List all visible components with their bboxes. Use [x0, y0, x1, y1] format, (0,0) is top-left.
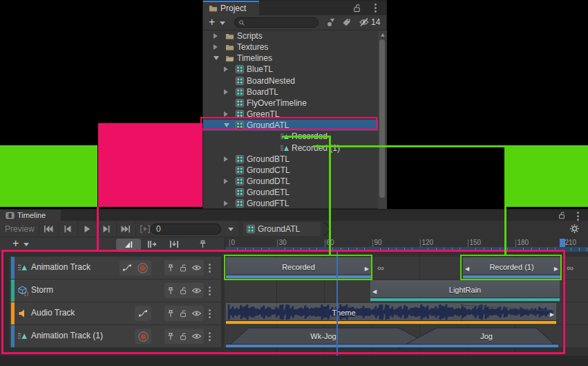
- tree-item-textures[interactable]: Textures: [203, 42, 378, 53]
- clip-recorded-1-[interactable]: Recorded (1)◀▶: [463, 257, 560, 279]
- eye-toggle-button[interactable]: [191, 332, 202, 340]
- goto-start-button[interactable]: [39, 221, 57, 237]
- tree-item-groundbtl[interactable]: GroundBTL: [203, 154, 378, 165]
- search-by-label-button[interactable]: [342, 18, 351, 27]
- clip-recorded[interactable]: Recorded▶: [226, 257, 371, 279]
- eye-toggle-button[interactable]: [191, 286, 202, 295]
- lock-toggle-button[interactable]: [179, 309, 187, 318]
- kebab-menu-icon[interactable]: [374, 3, 377, 12]
- clip-theme[interactable]: Theme▶: [226, 303, 556, 324]
- next-frame-button[interactable]: [97, 221, 115, 237]
- timeline-kebab-icon[interactable]: [577, 212, 579, 221]
- previous-frame-button[interactable]: [58, 221, 77, 237]
- clip-edge-left-icon[interactable]: ◀: [372, 288, 377, 294]
- clip-lightrain[interactable]: LightRain◀: [370, 280, 560, 302]
- track-header-storm[interactable]: {}Storm: [10, 280, 221, 302]
- lock-toggle-button[interactable]: [179, 286, 187, 295]
- anim-clip-icon: [280, 132, 290, 140]
- clip-edge-right-icon[interactable]: ▶: [365, 265, 369, 271]
- settings-gear-icon[interactable]: [569, 223, 580, 234]
- hidden-count-toggle[interactable]: 14: [359, 17, 380, 27]
- ripple-mode-button[interactable]: [146, 239, 158, 249]
- track-header-animation-track-1-[interactable]: Animation Track (1): [10, 325, 221, 347]
- eye-toggle-button[interactable]: [191, 264, 202, 272]
- track-kebab-icon[interactable]: [209, 264, 211, 273]
- play-button[interactable]: [77, 221, 96, 237]
- track-kebab-icon[interactable]: [209, 286, 211, 295]
- track-kebab-icon[interactable]: [209, 332, 211, 341]
- search-input[interactable]: [234, 17, 319, 28]
- expand-arrow-icon[interactable]: [224, 156, 228, 162]
- collapse-arrow-icon[interactable]: [214, 56, 219, 60]
- goto-end-button[interactable]: [116, 221, 135, 237]
- search-by-type-button[interactable]: [326, 18, 336, 28]
- ruler-minor-tick: [316, 248, 317, 251]
- add-track-button[interactable]: +: [12, 237, 19, 250]
- timeline-lock-icon[interactable]: [558, 211, 566, 219]
- clip-edge-right-icon[interactable]: ▶: [550, 311, 554, 317]
- tree-item-timelines[interactable]: Timelines: [203, 53, 378, 64]
- tree-item-flyovertimeline[interactable]: FlyOverTimeline: [203, 98, 378, 109]
- expand-arrow-icon[interactable]: [224, 201, 228, 206]
- pin-toggle-button[interactable]: [167, 264, 175, 273]
- eye-toggle-button[interactable]: [191, 309, 202, 318]
- animation-blend-clips[interactable]: [225, 327, 588, 349]
- create-asset-dropdown-icon[interactable]: [220, 21, 225, 25]
- track-header-animation-track[interactable]: Animation Track: [10, 257, 221, 279]
- pin-toggle-button[interactable]: [167, 286, 175, 295]
- replace-mode-button[interactable]: [169, 239, 180, 249]
- clip-edge-left-icon[interactable]: ◀: [465, 265, 469, 271]
- ruler-minor-tick: [428, 248, 428, 251]
- tab-project[interactable]: Project: [203, 1, 259, 15]
- tree-item-groundctl[interactable]: GroundCTL: [203, 165, 378, 176]
- tree-item-recorded-1-[interactable]: Recorded (1): [203, 143, 378, 154]
- clip-label-jog[interactable]: Jog: [480, 332, 493, 340]
- expand-arrow-icon[interactable]: [214, 44, 218, 50]
- expand-arrow-icon[interactable]: [214, 33, 218, 39]
- tree-item-boardnested[interactable]: BoardNested: [203, 75, 378, 86]
- record-toggle-button[interactable]: [137, 262, 149, 274]
- project-scrollbar[interactable]: [378, 30, 387, 210]
- marker-pin-toggle[interactable]: [198, 239, 207, 249]
- clip-edge-right-icon[interactable]: ▶: [554, 265, 558, 271]
- pin-toggle-button[interactable]: [167, 309, 175, 318]
- lock-icon[interactable]: [352, 3, 361, 12]
- expand-arrow-icon[interactable]: [224, 111, 228, 117]
- tree-item-grounddtl[interactable]: GroundDTL: [203, 176, 378, 187]
- collapse-arrow-icon[interactable]: [224, 123, 229, 127]
- curves-toggle-button[interactable]: [138, 309, 148, 318]
- preview-toggle-button[interactable]: Preview: [5, 224, 35, 234]
- create-asset-button[interactable]: +: [209, 16, 215, 28]
- track-header-audio-track[interactable]: Audio Track: [10, 302, 221, 324]
- expand-arrow-icon[interactable]: [224, 89, 228, 95]
- curves-toggle-button[interactable]: [122, 263, 132, 273]
- breadcrumb[interactable]: GroundATL: [243, 222, 321, 236]
- playhead-marker[interactable]: [560, 239, 565, 247]
- ruler-tick-label: 60: [327, 239, 334, 246]
- tree-item-scripts[interactable]: Scripts: [203, 30, 378, 42]
- time-ruler[interactable]: 0306090120150180210: [225, 237, 588, 252]
- clip-label-wkjog[interactable]: Wk-Jog: [310, 332, 336, 340]
- tree-item-groundftl[interactable]: GroundFTL: [203, 198, 378, 209]
- expand-arrow-icon[interactable]: [224, 66, 228, 72]
- timeline-icon: [236, 188, 244, 196]
- scrollbar-thumb[interactable]: [379, 39, 385, 198]
- tree-item-groundetl[interactable]: GroundETL: [203, 187, 378, 198]
- tree-item-greentl[interactable]: GreenTL: [203, 109, 378, 120]
- record-toggle-button[interactable]: [137, 331, 149, 342]
- lock-toggle-button[interactable]: [179, 264, 187, 272]
- tree-item-bluetl[interactable]: BlueTL: [203, 64, 378, 75]
- track-kebab-icon[interactable]: [209, 309, 211, 318]
- pin-toggle-button[interactable]: [167, 332, 175, 341]
- lock-toggle-button[interactable]: [179, 332, 187, 340]
- scroll-up-icon[interactable]: [381, 33, 385, 37]
- current-time-field[interactable]: 0: [151, 223, 221, 235]
- tree-item-groundatl[interactable]: GroundATL: [203, 120, 378, 131]
- add-track-dropdown-icon[interactable]: [23, 243, 29, 246]
- mix-mode-button[interactable]: [116, 239, 141, 250]
- tree-item-recorded[interactable]: Recorded: [203, 131, 378, 142]
- tree-item-boardtl[interactable]: BoardTL: [203, 86, 378, 98]
- expand-arrow-icon[interactable]: [224, 179, 228, 184]
- time-unit-dropdown-icon[interactable]: [228, 228, 234, 231]
- tab-timeline[interactable]: Timeline: [0, 210, 61, 221]
